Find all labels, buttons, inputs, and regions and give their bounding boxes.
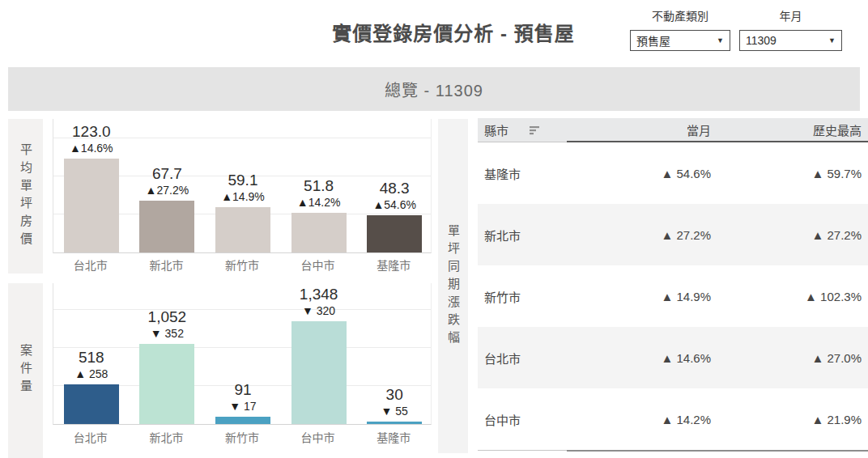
historical-high-cell: ▲ 21.9%	[717, 413, 868, 426]
table-header: 縣市 當月 歷史最高	[478, 118, 868, 142]
volume-chart-x-axis: 台北市 新北市 新竹市 台中市 基隆市	[53, 429, 432, 447]
table-row-taichung[interactable]: 台中市 ▲ 14.2% ▲ 21.9%	[478, 388, 868, 450]
bar-change-label: ▲54.6%	[372, 197, 416, 212]
x-axis-label: 新竹市	[204, 429, 280, 447]
column-header-historical-high: 歷史最高	[813, 121, 862, 138]
change-rate-table: 縣市 當月 歷史最高 基隆市 ▲ 54.6% ▲ 59.7% 新北市 ▲ 27.…	[478, 118, 868, 450]
price-chart-axis-panel: 平均單坪房價	[8, 119, 43, 274]
bar-value-label: 30	[386, 387, 403, 404]
current-month-cell: ▲ 27.2%	[567, 228, 717, 242]
city-cell: 台北市	[478, 350, 567, 367]
x-axis-label: 基隆市	[355, 257, 432, 274]
x-axis-label: 台中市	[280, 257, 356, 274]
volume-bar-group-taichung: 1,348 ▼ 320	[281, 283, 357, 424]
change-rate-axis-panel: 單坪同期漲跌幅	[438, 119, 468, 453]
volume-bar-group-keelung: 30 ▼ 55	[356, 283, 432, 424]
bar-value-label: 51.8	[304, 178, 334, 195]
table-row-newtaipei[interactable]: 新北市 ▲ 27.2% ▲ 27.2%	[478, 204, 868, 265]
property-type-filter-label: 不動產類別	[630, 7, 730, 23]
bar-change-label: ▲14.6%	[70, 141, 113, 155]
volume-bar-group-taipei: 518 ▲ 258	[53, 283, 130, 424]
x-axis-label: 新北市	[129, 429, 205, 447]
volume-bar-chart: 518 ▲ 258 1,052 ▼ 352 91 ▼ 17 1,348 ▼ 32…	[53, 283, 432, 425]
bar-change-label: ▼ 320	[302, 303, 335, 318]
bar-value-label: 48.3	[380, 180, 410, 197]
sort-descending-icon[interactable]	[530, 125, 541, 135]
page-title: 實價登錄房價分析 - 預售屋	[259, 18, 648, 46]
property-type-dropdown[interactable]: 預售屋 ▼	[630, 30, 730, 51]
price-bar-taipei[interactable]	[64, 159, 119, 252]
x-axis-label: 新北市	[129, 257, 205, 274]
column-header-current-month: 當月	[687, 121, 711, 138]
historical-high-cell: ▲ 27.0%	[717, 351, 868, 365]
city-cell: 台中市	[478, 411, 567, 428]
year-month-dropdown[interactable]: 11309 ▼	[739, 30, 842, 51]
price-bar-group-newtaipei: 67.7 ▲27.2%	[130, 119, 206, 252]
x-axis-label: 台中市	[280, 429, 356, 447]
volume-chart-axis-panel: 案件量	[8, 283, 43, 458]
bar-change-label: ▲14.9%	[221, 189, 265, 204]
volume-bar-keelung[interactable]	[367, 422, 422, 424]
year-month-dropdown-value: 11309	[746, 34, 777, 47]
current-month-cell: ▲ 14.6%	[567, 351, 717, 365]
bar-change-label: ▼ 17	[229, 399, 256, 413]
current-month-cell: ▲ 54.6%	[567, 167, 717, 180]
volume-bar-taipei[interactable]	[64, 384, 119, 424]
chevron-down-icon[interactable]: ▼	[717, 36, 724, 45]
table-row-hsinchu[interactable]: 新竹市 ▲ 14.9% ▲ 102.3%	[478, 265, 868, 327]
price-bar-keelung[interactable]	[291, 213, 347, 252]
price-bar-keelung[interactable]	[367, 215, 422, 252]
bar-change-label: ▲14.2%	[297, 195, 341, 210]
property-type-dropdown-value: 預售屋	[636, 32, 670, 49]
bar-value-label: 1,052	[148, 309, 187, 326]
historical-high-cell: ▲ 102.3%	[717, 290, 868, 303]
bar-change-label: ▼ 55	[381, 404, 408, 418]
table-row-keelung[interactable]: 基隆市 ▲ 54.6% ▲ 59.7%	[478, 142, 868, 204]
bar-value-label: 1,348	[300, 286, 338, 303]
volume-bar-hsinchu[interactable]	[215, 417, 270, 424]
chevron-down-icon[interactable]: ▼	[828, 36, 836, 45]
historical-high-cell: ▲ 59.7%	[717, 167, 868, 180]
x-axis-label: 台北市	[53, 429, 129, 447]
city-cell: 基隆市	[478, 165, 567, 182]
x-axis-label: 新竹市	[204, 257, 280, 274]
overview-banner-title: 總覽 - 11309	[385, 78, 483, 101]
volume-bar-newtaipei[interactable]	[139, 344, 194, 424]
year-month-filter-label: 年月	[739, 7, 842, 23]
column-header-city: 縣市	[484, 121, 508, 138]
table-row-taipei[interactable]: 台北市 ▲ 14.6% ▲ 27.0%	[478, 327, 868, 388]
city-cell: 新竹市	[478, 288, 567, 305]
bar-value-label: 67.7	[152, 166, 182, 183]
current-month-cell: ▲ 14.9%	[567, 290, 717, 303]
table-bottom-border	[478, 450, 868, 452]
volume-chart-axis-label: 案件量	[17, 344, 34, 397]
price-bar-chart: 123.0 ▲14.6% 67.7 ▲27.2% 59.1 ▲14.9% 51.…	[53, 119, 432, 253]
bar-change-label: ▲ 258	[74, 367, 108, 381]
bar-value-label: 91	[234, 382, 251, 399]
price-bar-group-taichung: 51.8 ▲14.2%	[281, 119, 357, 252]
x-axis-label: 台北市	[53, 257, 129, 274]
price-bar-newtaipei[interactable]	[139, 201, 194, 252]
bar-change-label: ▼ 352	[151, 326, 184, 341]
volume-bar-group-newtaipei: 1,052 ▼ 352	[130, 283, 206, 424]
bar-value-label: 518	[79, 350, 104, 367]
bar-value-label: 123.0	[72, 124, 111, 141]
volume-bar-group-hsinchu: 91 ▼ 17	[205, 283, 281, 424]
bar-change-label: ▲27.2%	[146, 183, 189, 197]
price-chart-axis-label: 平均單坪房價	[17, 143, 34, 250]
x-axis-label: 基隆市	[355, 429, 432, 447]
price-bar-hsinchu[interactable]	[215, 207, 270, 252]
price-bar-group-keelung: 48.3 ▲54.6%	[356, 119, 432, 252]
historical-high-cell: ▲ 27.2%	[717, 228, 868, 242]
overview-banner: 總覽 - 11309	[8, 67, 860, 111]
change-rate-axis-label: 單坪同期漲跌幅	[445, 224, 462, 349]
bar-value-label: 59.1	[228, 172, 257, 189]
current-month-cell: ▲ 14.2%	[567, 413, 717, 426]
price-bar-group-hsinchu: 59.1 ▲14.9%	[205, 119, 281, 252]
volume-bar-taichung[interactable]	[291, 321, 347, 424]
price-bar-group-taipei: 123.0 ▲14.6%	[53, 119, 130, 252]
price-chart-x-axis: 台北市 新北市 新竹市 台中市 基隆市	[53, 257, 432, 274]
city-cell: 新北市	[478, 227, 567, 244]
